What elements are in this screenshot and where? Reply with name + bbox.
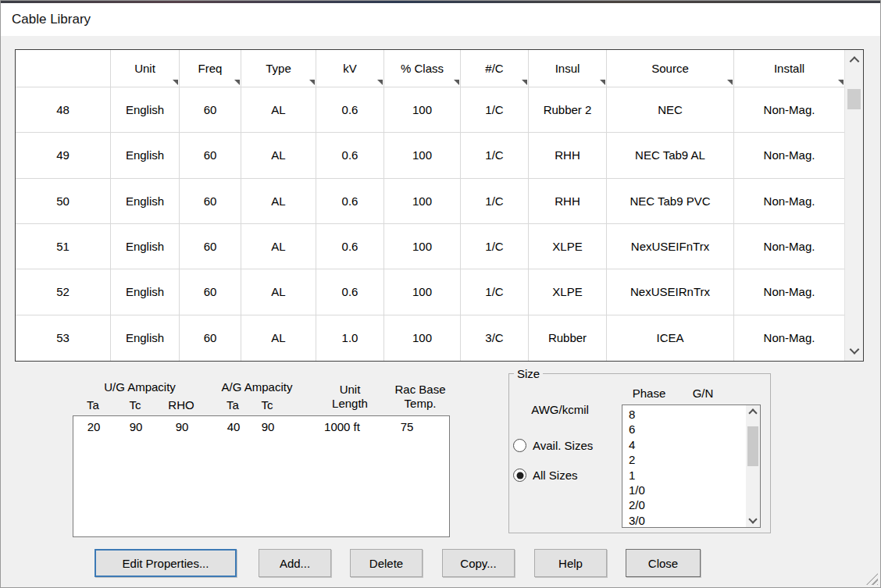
scrollbar-thumb[interactable] — [747, 426, 758, 466]
column-header[interactable]: % Class — [384, 50, 461, 87]
table-cell[interactable]: 60 — [180, 179, 241, 224]
size-list-item[interactable]: 6 — [622, 422, 746, 437]
scroll-down-icon[interactable] — [849, 344, 859, 355]
copy-button[interactable]: Copy... — [442, 549, 515, 577]
table-cell[interactable]: Non-Mag. — [734, 224, 844, 269]
table-cell[interactable]: AL — [241, 224, 316, 269]
table-cell[interactable]: AL — [241, 269, 316, 315]
table-cell[interactable]: 0.6 — [316, 133, 384, 178]
delete-button[interactable]: Delete — [350, 549, 423, 577]
table-cell[interactable]: NEC Tab9 PVC — [607, 179, 734, 224]
column-filter-icon[interactable] — [522, 80, 527, 85]
table-cell[interactable]: 1/C — [461, 269, 529, 315]
column-header[interactable]: #/C — [461, 50, 529, 87]
table-cell[interactable]: XLPE — [529, 224, 607, 269]
table-cell[interactable]: 0.6 — [316, 87, 384, 133]
column-header[interactable]: Freq — [180, 50, 241, 87]
size-list-item[interactable]: 1/0 — [622, 483, 746, 497]
table-cell[interactable]: AL — [241, 133, 316, 178]
table-cell[interactable]: NEC Tab9 AL — [607, 133, 734, 178]
table-cell[interactable]: ICEA — [607, 315, 734, 361]
table-cell[interactable]: 0.6 — [316, 224, 384, 269]
column-header[interactable]: Source — [607, 50, 734, 87]
table-cell[interactable]: XLPE — [529, 269, 607, 315]
column-filter-icon[interactable] — [309, 80, 315, 85]
table-cell[interactable]: 60 — [180, 315, 241, 361]
table-cell[interactable]: 52 — [16, 269, 111, 315]
table-cell[interactable]: AL — [241, 315, 316, 361]
table-cell[interactable]: 1/C — [461, 87, 529, 133]
table-cell[interactable]: Non-Mag. — [734, 87, 844, 133]
table-cell[interactable]: Non-Mag. — [734, 133, 844, 178]
column-filter-icon[interactable] — [727, 80, 733, 85]
table-cell[interactable]: 100 — [384, 179, 461, 224]
table-cell[interactable]: English — [111, 179, 180, 224]
avail-sizes-radio[interactable]: Avail. Sizes — [513, 439, 593, 452]
table-cell[interactable]: 60 — [180, 87, 241, 133]
table-cell[interactable]: 0.6 — [316, 269, 384, 315]
add-button[interactable]: Add... — [259, 549, 331, 577]
table-cell[interactable]: Rubber — [529, 315, 607, 361]
table-cell[interactable]: English — [111, 224, 180, 269]
column-filter-icon[interactable] — [377, 80, 383, 85]
table-cell[interactable]: 53 — [16, 315, 111, 361]
table-cell[interactable]: AL — [241, 179, 316, 224]
close-button[interactable]: Close — [626, 549, 701, 577]
table-cell[interactable]: English — [111, 133, 180, 178]
table-cell[interactable]: 1/C — [461, 133, 529, 178]
ampacity-list[interactable]: 20 90 90 40 90 1000 ft 75 — [73, 415, 450, 537]
table-cell[interactable]: AL — [241, 87, 316, 133]
scroll-up-icon[interactable] — [849, 56, 859, 66]
table-cell[interactable]: 100 — [384, 87, 461, 133]
table-cell[interactable]: Non-Mag. — [734, 179, 844, 224]
size-list-item[interactable]: 2/0 — [622, 497, 746, 512]
column-header[interactable]: kV — [316, 50, 384, 87]
table-cell[interactable]: 100 — [384, 224, 461, 269]
table-cell[interactable]: 100 — [384, 269, 461, 315]
all-sizes-radio[interactable]: All Sizes — [513, 469, 578, 482]
size-list-item[interactable]: 8 — [622, 407, 746, 422]
table-cell[interactable]: 50 — [16, 179, 111, 224]
column-header[interactable] — [16, 50, 111, 87]
title-bar[interactable]: Cable Library — [1, 3, 880, 36]
size-list-scrollbar[interactable] — [746, 405, 760, 527]
size-listbox[interactable]: 864211/02/03/0 — [622, 404, 761, 528]
column-filter-icon[interactable] — [454, 80, 459, 85]
table-cell[interactable]: NexUSEIFnTrx — [607, 224, 734, 269]
table-cell[interactable]: NexUSEIRnTrx — [607, 269, 734, 315]
table-cell[interactable]: 0.6 — [316, 179, 384, 224]
table-cell[interactable]: English — [111, 269, 180, 315]
table-cell[interactable]: 100 — [384, 133, 461, 178]
scroll-up-icon[interactable] — [748, 408, 757, 417]
column-filter-icon[interactable] — [173, 80, 178, 85]
radio-button-icon[interactable] — [513, 439, 526, 452]
table-cell[interactable]: 48 — [16, 87, 111, 133]
column-header[interactable]: Install — [734, 50, 844, 87]
table-cell[interactable]: Non-Mag. — [734, 315, 844, 361]
table-cell[interactable]: 60 — [180, 224, 241, 269]
size-list-item[interactable]: 2 — [622, 452, 746, 467]
column-filter-icon[interactable] — [234, 80, 240, 85]
table-cell[interactable]: 51 — [16, 224, 111, 269]
table-cell[interactable]: RHH — [529, 179, 607, 224]
column-filter-icon[interactable] — [838, 80, 844, 85]
table-vertical-scrollbar[interactable] — [844, 50, 863, 361]
table-cell[interactable]: 100 — [384, 315, 461, 361]
table-cell[interactable]: 1/C — [461, 224, 529, 269]
size-list-item[interactable]: 1 — [622, 468, 746, 483]
resize-grip-icon[interactable] — [866, 573, 878, 585]
column-header[interactable]: Unit — [111, 50, 180, 87]
scroll-down-icon[interactable] — [748, 515, 757, 523]
table-cell[interactable]: 60 — [180, 133, 241, 178]
help-button[interactable]: Help — [534, 549, 607, 577]
radio-button-icon[interactable] — [513, 469, 526, 482]
table-cell[interactable]: English — [111, 87, 180, 133]
column-filter-icon[interactable] — [600, 80, 605, 85]
table-cell[interactable]: 60 — [180, 269, 241, 315]
table-cell[interactable]: RHH — [529, 133, 607, 178]
edit-properties-button[interactable]: Edit Properties... — [95, 549, 237, 577]
scrollbar-thumb[interactable] — [847, 89, 861, 109]
table-cell[interactable]: 1/C — [461, 179, 529, 224]
table-cell[interactable]: NEC — [607, 87, 734, 133]
column-header[interactable]: Insul — [529, 50, 607, 87]
